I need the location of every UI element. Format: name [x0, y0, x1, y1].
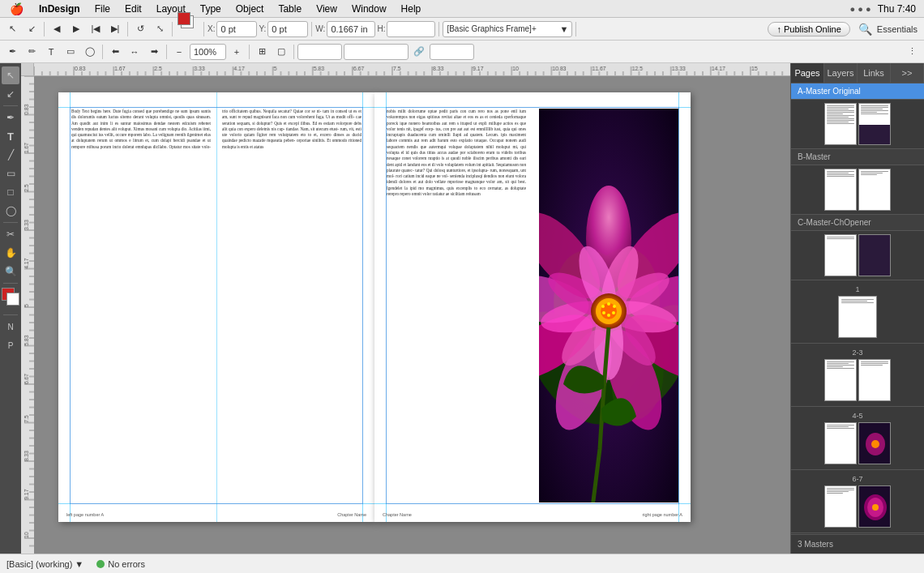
zoom-input[interactable] [190, 44, 226, 60]
fill-stroke-indicator[interactable] [2, 288, 19, 310]
frame-type-dropdown[interactable]: [Basic Graphics Frame]+ ▼ [443, 21, 572, 37]
type-tool-btn[interactable]: T [42, 43, 60, 61]
height-input[interactable] [387, 21, 435, 37]
page-4-thumb[interactable] [824, 422, 857, 464]
next-btn[interactable]: ▶ [67, 20, 85, 38]
page-7-thumb[interactable] [858, 485, 891, 528]
search-icon[interactable]: 🔍 [858, 23, 872, 36]
page-1-thumb[interactable] [838, 296, 877, 338]
selection-tool[interactable]: ↖ [2, 66, 19, 84]
page-6-thumb[interactable] [824, 485, 857, 528]
master-b-right-thumb[interactable] [858, 169, 891, 211]
ellipse-tool[interactable]: ◯ [2, 202, 19, 220]
align-center-btn[interactable]: ↔ [126, 43, 143, 61]
master-b-header[interactable]: B-Master [791, 149, 924, 165]
zoom-tool[interactable]: 🔍 [2, 263, 19, 280]
menu-table[interactable]: Table [272, 0, 308, 18]
first-btn[interactable]: |◀ [87, 20, 105, 38]
working-dropdown-icon: ▼ [75, 559, 83, 569]
main-spread: Body Text begins here. Dute fugia consed… [58, 92, 691, 522]
apple-menu[interactable]: 🍎 [0, 2, 32, 15]
page-row-2-3[interactable]: 2-3 [791, 344, 924, 407]
grid-btn[interactable]: ⊞ [253, 43, 271, 61]
canvas-scroll[interactable]: Body Text begins here. Dute fugia consed… [34, 76, 790, 554]
menu-help[interactable]: Help [395, 0, 428, 18]
master-a-header[interactable]: A-Master Original [791, 83, 924, 100]
pen-tool-btn[interactable]: ✒ [3, 43, 21, 61]
master-a-right-thumb[interactable] [858, 103, 891, 145]
menu-indesign[interactable]: InDesign [32, 0, 87, 18]
preview-btn[interactable]: ▢ [272, 43, 290, 61]
tool-sep-4 [3, 314, 18, 315]
rect-frame-tool[interactable]: ▭ [2, 165, 19, 182]
scale-btn[interactable]: ⤡ [151, 20, 169, 38]
menu-edit[interactable]: Edit [118, 0, 148, 18]
master-c-left-thumb[interactable] [824, 234, 857, 276]
align-right-btn[interactable]: ➡ [145, 43, 163, 61]
left-page-text: Body Text begins here. Dute fugia consed… [71, 109, 361, 150]
page-row-1[interactable]: 1 [791, 280, 924, 344]
panel-expand-btn[interactable]: >> [891, 63, 924, 83]
left-page[interactable]: Body Text begins here. Dute fugia consed… [58, 92, 374, 522]
normal-mode[interactable]: N [2, 318, 19, 336]
footer-right-page-num: right page number A [642, 512, 682, 517]
more-btn[interactable]: ⋮ [903, 43, 921, 61]
rect-tool[interactable]: □ [2, 183, 19, 201]
menu-window[interactable]: Window [345, 0, 393, 18]
line-tool[interactable]: ╱ [2, 146, 19, 164]
master-a-left-thumb[interactable] [824, 103, 857, 145]
rotate-btn[interactable]: ↺ [131, 20, 149, 38]
right-page[interactable]: nobis milit dolorrume optae pedit paris … [374, 92, 691, 522]
scissors-tool[interactable]: ✂ [2, 225, 19, 243]
working-profile-dropdown[interactable]: [Basic] (working) ▼ [6, 559, 83, 569]
pencil-btn[interactable]: ✏ [23, 43, 41, 61]
link-btn[interactable]: 🔗 [410, 43, 428, 61]
errors-section: No errors [96, 559, 145, 569]
pen-tool[interactable]: ✒ [2, 109, 19, 126]
menu-object[interactable]: Object [229, 0, 271, 18]
tab-layers[interactable]: Layers [824, 63, 858, 83]
menu-view[interactable]: View [310, 0, 344, 18]
pages-2-3-thumbs [824, 359, 891, 401]
page-row-6-7[interactable]: 6-7 [791, 470, 924, 533]
page-row-4-5[interactable]: 4-5 [791, 407, 924, 470]
prev-btn[interactable]: ◀ [48, 20, 66, 38]
last-btn[interactable]: ▶| [106, 20, 124, 38]
additional-input-2[interactable] [344, 44, 409, 60]
svg-point-27 [607, 302, 610, 306]
type-tool[interactable]: T [2, 127, 19, 145]
direct-select-btn[interactable]: ↙ [23, 20, 41, 38]
preview-mode[interactable]: P [2, 336, 19, 354]
menu-file[interactable]: File [88, 0, 117, 18]
master-c-header[interactable]: C-Master-ChOpener [791, 215, 924, 231]
menu-type[interactable]: Type [194, 0, 228, 18]
page-label-4-5: 4-5 [852, 412, 862, 420]
frame-tool-btn[interactable]: ▭ [62, 43, 79, 61]
master-b-left-thumb[interactable] [824, 169, 857, 211]
x-position-input[interactable] [216, 21, 257, 37]
publish-online-btn[interactable]: ↑ Publish Online [768, 22, 849, 36]
zoom-in-btn[interactable]: + [228, 43, 246, 61]
select-tool-btn[interactable]: ↖ [3, 20, 21, 38]
additional-input-1[interactable] [297, 44, 342, 60]
essentials-btn[interactable]: Essentials [874, 24, 921, 34]
direct-select-tool[interactable]: ↙ [2, 85, 19, 103]
page-3-thumb[interactable] [858, 359, 891, 401]
width-input[interactable] [327, 21, 375, 37]
page-2-thumb[interactable] [824, 359, 857, 401]
additional-input-3[interactable] [430, 44, 474, 60]
svg-point-34 [871, 440, 879, 448]
shape-tool-btn[interactable]: ◯ [81, 43, 99, 61]
master-c-right-thumb[interactable] [858, 234, 891, 276]
y-position-input[interactable] [267, 21, 308, 37]
fill-color-swatch[interactable] [178, 12, 190, 25]
align-left-btn[interactable]: ⬅ [106, 43, 124, 61]
canvas-wrapper[interactable]: Body Text begins here. Dute fugia consed… [21, 63, 790, 554]
w-label: W: [315, 24, 325, 33]
toolbar-top: ↖ ↙ ◀ ▶ |◀ ▶| ↺ ⤡ X: Y: W: H: [Basic Gra… [0, 18, 924, 41]
hand-tool[interactable]: ✋ [2, 244, 19, 262]
tab-pages[interactable]: Pages [791, 63, 824, 83]
thumb-c-lines-left [825, 235, 856, 241]
tab-links[interactable]: Links [858, 63, 891, 83]
page-5-thumb[interactable] [858, 422, 891, 464]
